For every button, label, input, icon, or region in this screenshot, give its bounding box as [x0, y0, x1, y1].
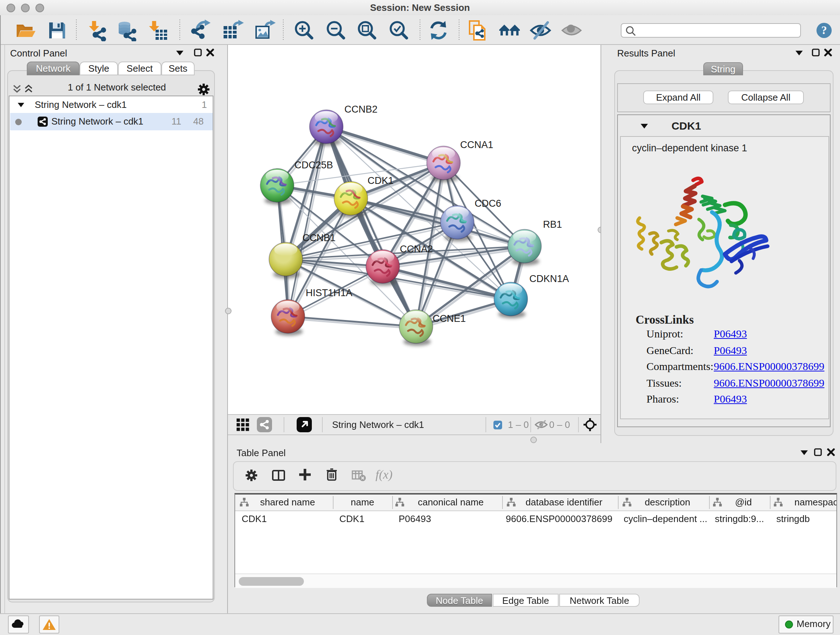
svg-text:?: ? [821, 24, 827, 36]
svg-text:CDK1: CDK1 [368, 175, 393, 186]
svg-text:CCNA1: CCNA1 [460, 139, 493, 150]
svg-text:CCNA2: CCNA2 [400, 244, 433, 255]
svg-text:RB1: RB1 [543, 219, 562, 230]
svg-text:CDC25B: CDC25B [294, 160, 333, 171]
svg-text:CDKN1A: CDKN1A [529, 273, 569, 284]
svg-text:CDC6: CDC6 [475, 198, 501, 209]
svg-text:CCNB1: CCNB1 [302, 233, 336, 243]
svg-text:CCNE1: CCNE1 [433, 313, 466, 324]
svg-text:CCNB2: CCNB2 [344, 104, 378, 115]
svg-text:HIST1H1A: HIST1H1A [306, 287, 352, 298]
